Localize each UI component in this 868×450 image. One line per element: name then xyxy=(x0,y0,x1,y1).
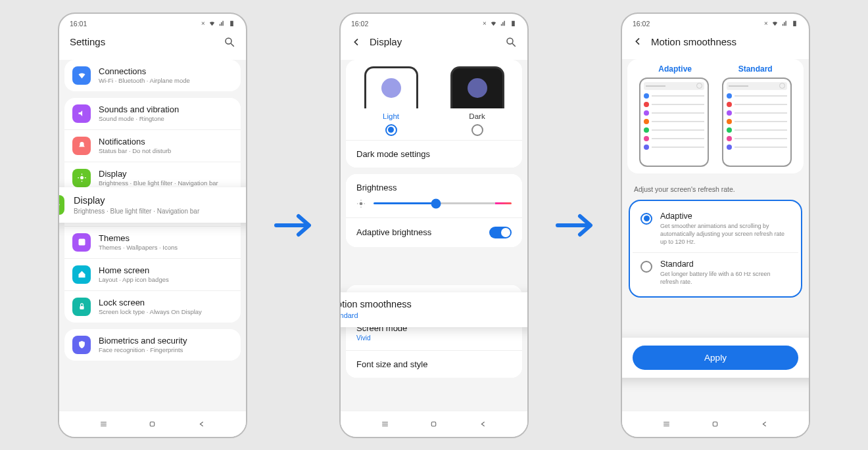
settings-item-themes[interactable]: ThemesThemes · Wallpapers · Icons xyxy=(64,227,241,259)
svg-point-2 xyxy=(80,176,84,179)
settings-item-lock[interactable]: Lock screenScreen lock type · Always On … xyxy=(64,291,241,323)
signal-icon xyxy=(781,20,788,27)
option-adaptive[interactable]: Adaptive Get smoother animations and scr… xyxy=(633,205,798,253)
nav-recents[interactable] xyxy=(98,420,108,428)
motion-body: Adaptive Standard Adjust your screen's r… xyxy=(622,59,809,411)
svg-point-25 xyxy=(507,38,513,44)
preview-row xyxy=(627,78,804,173)
wifi-icon xyxy=(771,20,779,27)
battery-icon xyxy=(228,20,235,27)
apply-button[interactable]: Apply xyxy=(633,346,798,370)
settings-header: Settings xyxy=(59,31,246,60)
option-adaptive-title: Adaptive xyxy=(660,212,790,221)
mute-icon xyxy=(199,20,206,27)
option-standard[interactable]: Standard Get longer battery life with a … xyxy=(633,253,798,292)
chevron-left-icon xyxy=(351,37,362,47)
page-title: Settings xyxy=(70,36,105,47)
settings-item-connections[interactable]: ConnectionsWi-Fi · Bluetooth · Airplane … xyxy=(64,60,241,91)
arrow-2 xyxy=(548,212,601,238)
clock: 16:01 xyxy=(70,20,87,28)
highlighted-display-item[interactable]: Display Brightness · Blue light filter ·… xyxy=(59,187,246,223)
option-adaptive-radio[interactable] xyxy=(640,213,652,225)
theme-light[interactable]: Light xyxy=(364,66,418,136)
preview-mini-adaptive xyxy=(639,78,709,167)
dark-mode-settings[interactable]: Dark mode settings xyxy=(346,141,522,168)
nav-recents[interactable] xyxy=(379,420,390,428)
settings-item-biometrics[interactable]: Biometrics and securityFace recognition … xyxy=(64,329,241,361)
mute-icon xyxy=(480,20,487,27)
search-button[interactable] xyxy=(224,36,235,48)
chevron-left-icon xyxy=(633,36,643,47)
adaptive-brightness-label: Adaptive brightness xyxy=(356,227,431,237)
motion-title: Motion smoothness xyxy=(341,299,527,309)
nav-back[interactable] xyxy=(197,420,207,428)
phone-display: 16:02 Display Light Dark xyxy=(339,12,529,438)
brightness-thumb[interactable] xyxy=(431,198,441,208)
theme-dark[interactable]: Dark xyxy=(450,66,504,136)
apply-panel: Apply xyxy=(622,338,809,378)
adaptive-brightness-toggle[interactable] xyxy=(489,227,512,238)
item-subtitle: Sound mode · Ringtone xyxy=(99,115,233,122)
preview-card: Adaptive Standard xyxy=(627,59,804,173)
option-adaptive-desc: Get smoother animations and scrolling by… xyxy=(660,222,790,246)
svg-line-26 xyxy=(512,43,516,47)
settings-item-notifications[interactable]: NotificationsStatus bar · Do not disturb xyxy=(64,130,241,162)
nav-bar xyxy=(59,411,246,437)
svg-point-27 xyxy=(360,202,363,205)
status-bar: 16:02 xyxy=(622,14,809,31)
settings-group-3: Biometrics and securityFace recognition … xyxy=(64,329,241,361)
theme-light-radio[interactable] xyxy=(385,124,397,136)
svg-rect-9 xyxy=(78,239,85,246)
item-title: Notifications xyxy=(99,137,233,146)
item-title: Home screen xyxy=(99,265,233,275)
item-subtitle: Brightness · Blue light filter · Navigat… xyxy=(99,179,233,187)
nav-back[interactable] xyxy=(478,420,489,428)
item-title: Sounds and vibration xyxy=(99,104,233,114)
search-icon xyxy=(505,36,517,48)
clock: 16:02 xyxy=(351,20,368,28)
nav-bar xyxy=(341,411,527,437)
nav-back[interactable] xyxy=(760,420,770,428)
phone-motion: 16:02 Motion smoothness Adaptive Standar… xyxy=(621,12,810,438)
brightness-card: Brightness Adaptive brightness xyxy=(346,174,522,247)
display-icon xyxy=(72,169,91,187)
nav-home[interactable] xyxy=(429,420,439,428)
search-button[interactable] xyxy=(505,36,517,48)
search-icon xyxy=(224,36,235,48)
signal-icon xyxy=(218,20,226,27)
highlighted-motion-smoothness[interactable]: Motion smoothness Standard xyxy=(341,292,527,327)
status-bar: 16:02 xyxy=(341,14,527,31)
motion-value: Standard xyxy=(341,311,527,319)
theme-dark-radio[interactable] xyxy=(471,124,483,136)
status-icons xyxy=(761,20,798,27)
theme-card: Light Dark Dark mode settings xyxy=(346,60,522,168)
battery-icon xyxy=(510,20,517,27)
item-title: Themes xyxy=(99,233,233,243)
nav-recents[interactable] xyxy=(661,420,671,428)
home-icon xyxy=(72,265,91,284)
wifi-icon xyxy=(208,20,216,27)
settings-item-home[interactable]: Home screenLayout · App icon badges xyxy=(64,259,241,291)
connections-icon xyxy=(72,66,91,85)
option-standard-radio[interactable] xyxy=(640,261,652,273)
option-standard-title: Standard xyxy=(660,259,790,269)
back-button[interactable] xyxy=(633,36,643,47)
brightness-label: Brightness xyxy=(346,174,522,192)
item-subtitle: Status bar · Do not disturb xyxy=(99,147,233,154)
status-icons xyxy=(199,20,235,27)
notifications-icon xyxy=(72,137,91,155)
display-title: Display xyxy=(74,195,199,206)
theme-light-preview xyxy=(364,66,418,108)
brightness-slider[interactable] xyxy=(374,202,512,204)
item-subtitle: Screen lock type · Always On Display xyxy=(99,308,233,315)
settings-item-sounds[interactable]: Sounds and vibrationSound mode · Rington… xyxy=(64,98,241,130)
nav-home[interactable] xyxy=(710,420,721,428)
item-title: Connections xyxy=(99,66,233,76)
font-size-style[interactable]: Font size and style xyxy=(346,351,522,378)
back-button[interactable] xyxy=(351,37,362,47)
adaptive-brightness[interactable]: Adaptive brightness xyxy=(346,218,522,247)
page-title: Display xyxy=(370,36,402,47)
page-title: Motion smoothness xyxy=(651,36,736,47)
svg-rect-10 xyxy=(80,306,84,309)
nav-home[interactable] xyxy=(147,420,158,428)
